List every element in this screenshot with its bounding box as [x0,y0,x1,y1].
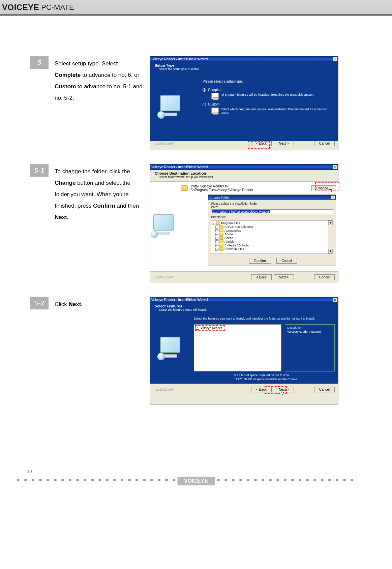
complete-icon [211,93,219,99]
prompt-text: Please select a setup type. [203,80,333,83]
screenshot-step-5-1: Voiceye Reader - InstallShield Wizard × … [150,164,338,283]
dialog-title: Setup Type [155,63,335,67]
cancel-button[interactable]: Cancel [314,387,335,392]
step-5-text: Select setup type. Select Complete to ad… [50,56,148,106]
close-icon[interactable]: × [331,196,335,199]
desc-text: All program features will be installed. … [221,93,314,96]
dialog-subtitle: Select the features setup will install. [159,308,335,311]
tree-label: Ahnlab [224,240,234,243]
installshield-label: InstallShield [155,142,174,145]
dialog-title: Select Features [155,304,335,308]
window-titlebar: Voiceye Reader - InstallShield Wizard × [150,164,338,170]
desc-text: Select which program features you want i… [221,108,334,114]
space-available: 12771.30 MB of space available on the C … [234,378,335,381]
inner-prompt: Please select the installation folder. [211,202,333,205]
dialog-title: Choose Destination Location [155,171,335,175]
description-box: Description Voiceye Reader Features [285,324,335,371]
feature-list[interactable]: ✓Voiceye Reader [194,324,281,371]
text: and then [115,203,139,209]
top-banner: VOICEYE PC-MATE [0,0,392,16]
cancel-inner-button[interactable]: Cancel [276,258,297,264]
wizard-illustration [150,314,190,384]
step-5-1-row: 5-1 To change the folder, click the Chan… [30,164,362,283]
window-titlebar: Voiceye Reader - InstallShield Wizard × [150,297,338,303]
content-area: 5 Select setup type. Select Complete to … [0,16,392,431]
install-to-row: Install Voiceye Reader to: C:\Program Fi… [181,184,336,192]
step-number-5-1: 5-1 [30,164,50,177]
dialog-button-row: InstallShield < Back Next > Cancel [150,271,338,283]
options-panel: Please select a setup type. Complete All… [190,73,338,141]
folder-tree[interactable]: -Program Files +(C)ADTrust Solutions +Ac… [211,220,333,254]
step-5-2-text: Click Next. [50,297,148,312]
text-bold: Change [55,180,76,186]
step-5-2-row: 5-2 Click Next. Voiceye Reader - Install… [30,297,362,405]
path-input[interactable]: C:\Program Files\Voiceye\Voiceye Reader [211,209,333,214]
radio-icon [203,103,206,106]
next-button[interactable]: Next > [274,274,294,280]
inner-titlebar: Choose Folder × [208,195,336,200]
confirm-button[interactable]: Confirm [249,258,271,264]
feature-item[interactable]: ✓Voiceye Reader [195,326,280,330]
path-label: Path: [211,205,333,209]
dialog-subtitle: Select folder where setup will install f… [159,175,335,179]
inner-body: Please select the installation folder. P… [208,200,336,256]
cancel-button[interactable]: Cancel [314,141,335,146]
description-body: Voiceye Reader Features [287,330,332,333]
text: To change the folder, click the [55,168,130,175]
space-required: 5.96 MB of space required on the C drive [234,373,335,377]
tree-label: C-Media 3D Audio [224,244,249,247]
step-number-5-2: 5-2 [30,297,50,309]
radio-label: Custom [208,102,219,106]
footer-brand: VOICEYE [177,477,215,485]
back-button[interactable]: < Back [251,387,272,392]
radio-complete-desc: All program features will be installed. … [211,93,333,99]
back-button[interactable]: < Back [251,274,272,280]
window-title: Voiceye Reader - InstallShield Wizard [151,165,208,169]
text: to advance to no. 6, or [81,72,139,78]
custom-icon [211,108,219,114]
dialog-header: Choose Destination Location Select folde… [150,170,338,182]
radio-icon [203,88,206,92]
install-path: C:\Program Files\Voiceye\Voiceye Reader [190,188,253,192]
dialog-body: Please select a setup type. Complete All… [150,73,338,138]
checkbox-icon: ✓ [195,326,199,330]
scrollbar[interactable]: ▲▼ [328,220,333,253]
text-bold: Custom [55,83,76,90]
logo-voiceye: VOICEYE [2,3,39,12]
step-number-5: 5 [30,56,50,69]
dialog-header: Setup Type Select the setup type to inst… [150,62,338,73]
text: Select setup type. Select [55,60,118,67]
close-icon[interactable]: × [333,165,337,169]
close-icon[interactable]: × [333,57,337,61]
text-bold: Complete [55,72,81,78]
step-5-row: 5 Select setup type. Select Complete to … [30,56,362,150]
tree-label: Ahead [224,236,233,240]
window-title: Voiceye Reader - InstallShield Wizard [151,57,208,61]
installshield-label: InstallShield [155,275,174,279]
tree-label: Adobe [224,233,233,236]
next-button[interactable]: Next > [274,141,294,146]
text-bold: Confirm [93,203,115,209]
inner-button-row: Confirm Cancel [208,256,336,266]
page-number: 10 [27,469,32,474]
window-titlebar: Voiceye Reader - InstallShield Wizard × [150,56,338,62]
install-label: Install Voiceye Reader to: [190,184,253,188]
wizard-illustration [150,73,190,141]
step-5-1-text: To change the folder, click the Change b… [50,164,148,225]
radio-complete[interactable]: Complete [203,88,333,92]
tree-label: Accessories [224,229,241,232]
cancel-button[interactable]: Cancel [314,274,335,280]
screenshot-step-5-2: Voiceye Reader - InstallShield Wizard × … [150,297,338,405]
dialog-subtitle: Select the setup type to install. [159,67,335,71]
radio-label: Complete [208,88,222,92]
inner-title-text: Choose Folder [210,196,230,199]
close-icon[interactable]: × [333,298,337,302]
window-title: Voiceye Reader - InstallShield Wizard [151,298,208,302]
description-title: Description [287,326,332,329]
tree-label: (C)ADTrust Solutions [224,225,253,229]
dialog-header: Select Features Select the features setu… [150,303,338,314]
installshield-label: InstallShield [155,388,174,391]
radio-custom[interactable]: Custom [203,102,333,106]
feature-label: Voiceye Reader [201,326,222,330]
tree-label: Program Files [221,221,240,225]
